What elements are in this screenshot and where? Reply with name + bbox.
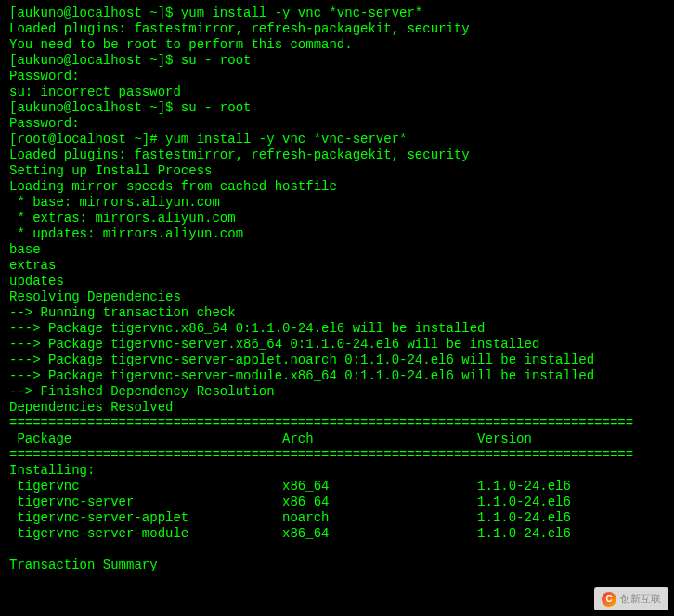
table-row: tigervnc-server x86_64 1.1.0-24.el6 xyxy=(9,494,665,510)
terminal-line: ---> Package tigervnc-server-applet.noar… xyxy=(9,353,665,368)
terminal-line: * base: mirrors.aliyun.com xyxy=(9,195,665,211)
terminal-line xyxy=(9,542,665,558)
terminal-line: --> Running transaction check xyxy=(9,305,665,321)
package-table: tigervnc x86_64 1.1.0-24.el6 tigervnc-se… xyxy=(9,479,665,542)
terminal-line: ---> Package tigervnc-server-module.x86_… xyxy=(9,368,665,384)
terminal-line: Loaded plugins: fastestmirror, refresh-p… xyxy=(9,21,665,37)
terminal-line: Loading mirror speeds from cached hostfi… xyxy=(9,179,665,195)
table-divider: ========================================… xyxy=(9,447,665,463)
terminal-line: Password: xyxy=(9,69,665,84)
terminal-line: ---> Package tigervnc-server.x86_64 0:1.… xyxy=(9,337,665,353)
terminal-output[interactable]: [aukuno@localhost ~]$ yum install -y vnc… xyxy=(9,6,665,573)
terminal-line: [aukuno@localhost ~]$ su - root xyxy=(9,53,665,69)
terminal-line: Setting up Install Process xyxy=(9,163,665,179)
terminal-line: extras xyxy=(9,258,665,274)
terminal-line: updates xyxy=(9,274,665,289)
terminal-line: * updates: mirrors.aliyun.com xyxy=(9,226,665,242)
terminal-line: Resolving Dependencies xyxy=(9,289,665,305)
terminal-line: [aukuno@localhost ~]$ yum install -y vnc… xyxy=(9,6,665,21)
terminal-line: Password: xyxy=(9,116,665,132)
terminal-line: Loaded plugins: fastestmirror, refresh-p… xyxy=(9,148,665,163)
terminal-line: You need to be root to perform this comm… xyxy=(9,37,665,53)
table-row: tigervnc-server-applet noarch 1.1.0-24.e… xyxy=(9,510,665,526)
terminal-line: [aukuno@localhost ~]$ su - root xyxy=(9,100,665,116)
terminal-line: ---> Package tigervnc.x86_64 0:1.1.0-24.… xyxy=(9,321,665,337)
terminal-line: [root@localhost ~]# yum install -y vnc *… xyxy=(9,132,665,148)
table-row: tigervnc x86_64 1.1.0-24.el6 xyxy=(9,479,665,494)
table-row: tigervnc-server-module x86_64 1.1.0-24.e… xyxy=(9,526,665,542)
terminal-line: su: incorrect password xyxy=(9,84,665,100)
terminal-line: * extras: mirrors.aliyun.com xyxy=(9,211,665,226)
terminal-line: base xyxy=(9,242,665,258)
table-divider: ========================================… xyxy=(9,416,665,431)
table-header: Package Arch Version xyxy=(9,431,665,447)
transaction-summary: Transaction Summary xyxy=(9,558,665,573)
terminal-line: --> Finished Dependency Resolution xyxy=(9,384,665,400)
install-section-label: Installing: xyxy=(9,463,665,479)
terminal-line: Dependencies Resolved xyxy=(9,400,665,416)
